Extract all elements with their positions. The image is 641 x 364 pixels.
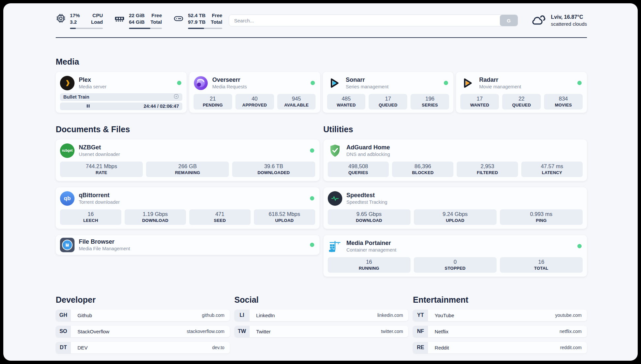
storage-total-value: 97.9 TB	[188, 19, 205, 25]
stat-box-leech: 16 LEECH	[60, 209, 121, 225]
playback-time: 24:44 / 02:06:47	[144, 104, 179, 109]
stat-box-available: 945 AVAILABLE	[277, 94, 316, 109]
app-name: Overseerr	[212, 76, 306, 83]
section-title-utilities: Utilities	[323, 125, 587, 134]
app-name: Sonarr	[346, 76, 440, 83]
plex-icon	[60, 76, 75, 90]
bookmark-name: Github	[77, 313, 92, 318]
stat-box-ping: 0.993 ms PING	[500, 209, 583, 225]
section-title-social: Social	[234, 295, 409, 305]
cpu-progress-bar	[70, 28, 103, 29]
bookmark-abbr: LI	[234, 310, 250, 321]
portainer-icon	[328, 239, 342, 254]
bookmark-name: Reddit	[435, 345, 449, 350]
cpu-load-label: Load	[88, 19, 103, 25]
section-documents: Documents & Files nzbget NZBGet Usenet d…	[56, 125, 320, 255]
cpu-progress-fill	[70, 28, 76, 29]
stat-box-wanted: 17 WANTED	[460, 94, 499, 109]
system-stats: 17% 3.2 CPU Load	[56, 12, 221, 29]
search-input[interactable]	[229, 15, 500, 26]
stat-box-movies: 834 MOVIES	[544, 94, 583, 109]
app-name: Radarr	[479, 76, 573, 83]
section-utilities: Utilities AdGuard Home	[323, 125, 587, 277]
bookmark-abbr: TW	[234, 326, 250, 337]
app-description: Speedtest Tracking	[347, 199, 583, 205]
app-description: Media Requests	[212, 84, 306, 89]
status-dot-online	[310, 148, 314, 153]
app-card-qbittorrent[interactable]: qb qBittorrent Torrent downloader 16 LEE…	[56, 187, 320, 229]
bookmark-twitter[interactable]: TW Twitter twitter.com	[234, 326, 409, 337]
media-cards-row: Plex Media server Bullet Train	[56, 72, 587, 113]
stat-box-upload: 618.52 Mbps UPLOAD	[254, 209, 315, 225]
memory-free-label: Free	[150, 12, 162, 19]
bookmark-github[interactable]: GH Github github.com	[56, 310, 230, 321]
memory-progress-bar	[129, 28, 162, 29]
app-card-radarr[interactable]: Radarr Movie management 17 WANTED 22 QUE…	[456, 72, 587, 113]
status-dot-online	[311, 81, 315, 85]
cpu-icon	[56, 13, 66, 25]
search-engine-button[interactable]: G	[500, 15, 518, 26]
weather-condition: scattered clouds	[551, 21, 587, 27]
bookmark-url: twitter.com	[381, 329, 403, 334]
status-dot-online	[310, 243, 314, 247]
app-card-filebrowser[interactable]: File Browser Media File Management	[56, 235, 320, 255]
section-title-developer: Developer	[56, 295, 230, 305]
app-card-nzbget[interactable]: nzbget NZBGet Usenet downloader 744.21 M…	[56, 139, 320, 181]
qbittorrent-icon: qb	[60, 191, 75, 206]
bookmark-name: StackOverflow	[77, 329, 109, 334]
bookmark-url: reddit.com	[560, 345, 582, 350]
app-name: Speedtest	[347, 192, 583, 199]
section-title-entertainment: Entertainment	[413, 295, 587, 305]
bookmark-stackoverflow[interactable]: SO StackOverflow stackoverflow.com	[56, 326, 230, 337]
bookmark-name: Netflix	[435, 329, 448, 334]
bookmark-name: DEV	[77, 345, 88, 350]
bookmark-name: LinkedIn	[256, 313, 275, 318]
status-dot-online	[310, 196, 314, 200]
memory-total-value: 64 GiB	[129, 19, 145, 25]
storage-total-label: Total	[211, 19, 222, 25]
app-card-portainer[interactable]: Media Portainer Container management 16 …	[323, 235, 587, 277]
bookmark-netflix[interactable]: NF Netflix netflix.com	[413, 326, 587, 337]
stat-box-blocked: 86,396 BLOCKED	[392, 162, 453, 177]
stat-box-latency: 47.57 ms LATENCY	[521, 162, 583, 177]
storage-free-label: Free	[211, 12, 222, 19]
cpu-usage-label: CPU	[88, 12, 103, 19]
bookmark-abbr: NF	[413, 326, 428, 337]
bookmark-dev[interactable]: DT DEV dev.to	[56, 342, 230, 353]
app-card-overseerr[interactable]: Overseerr Media Requests 21 PENDING 40 A…	[189, 72, 320, 113]
app-name: Media Portainer	[347, 240, 573, 247]
bookmark-name: YouTube	[435, 313, 454, 318]
overseerr-icon	[194, 76, 208, 90]
now-playing-title: Bullet Train	[63, 94, 173, 100]
plex-playback-progress: 24:44 / 02:06:47	[60, 103, 182, 110]
stat-box-download: 9.65 Gbps DOWNLOAD	[328, 209, 411, 225]
stat-box-downloaded: 39.6 TB DOWNLOADED	[232, 162, 315, 177]
app-card-sonarr[interactable]: Sonarr Series management 485 WANTED 17 Q…	[323, 72, 454, 113]
pause-icon	[86, 103, 90, 109]
stat-box-filtered: 2,953 FILTERED	[457, 162, 518, 177]
app-card-plex[interactable]: Plex Media server Bullet Train	[56, 72, 187, 113]
app-description: Media File Management	[79, 246, 306, 251]
storage-stat: 52.4 TB 97.9 TB Free Total	[173, 12, 221, 29]
app-card-adguard[interactable]: AdGuard Home DNS and adblocking 498,508 …	[323, 139, 587, 181]
section-title-media: Media	[56, 57, 587, 67]
ram-icon	[114, 13, 125, 25]
section-title-documents: Documents & Files	[56, 125, 320, 134]
section-developer: Developer GH Github github.com SO StackO…	[56, 295, 230, 353]
plex-now-playing[interactable]: Bullet Train	[60, 93, 182, 101]
app-name: qBittorrent	[79, 192, 306, 199]
bookmark-reddit[interactable]: RE Reddit reddit.com	[413, 342, 587, 353]
app-description: Series management	[346, 84, 440, 89]
app-name: AdGuard Home	[347, 144, 583, 151]
bookmark-abbr: YT	[413, 310, 428, 321]
bookmark-youtube[interactable]: YT YouTube youtube.com	[413, 310, 587, 321]
bookmark-linkedin[interactable]: LI LinkedIn linkedin.com	[234, 310, 409, 321]
app-description: Torrent downloader	[79, 199, 306, 205]
cpu-load-value: 3.2	[70, 19, 83, 25]
radarr-icon	[460, 76, 475, 90]
stat-box-seed: 471 SEED	[189, 209, 251, 225]
cpu-stat: 17% 3.2 CPU Load	[56, 12, 103, 29]
stat-box-stopped: 0 STOPPED	[414, 257, 497, 273]
memory-total-label: Total	[150, 19, 162, 25]
app-card-speedtest[interactable]: Speedtest Speedtest Tracking 9.65 Gbps D…	[323, 187, 587, 229]
